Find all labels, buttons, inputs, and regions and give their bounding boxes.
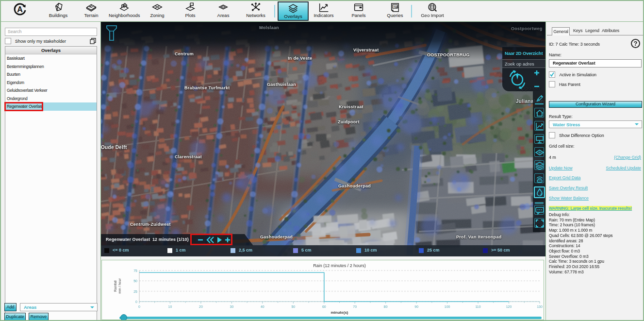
svg-text:90: 90	[414, 305, 418, 308]
svg-text:40: 40	[261, 305, 264, 308]
svg-text:Rain (12 minutes / 2 hours): Rain (12 minutes / 2 hours)	[313, 263, 366, 268]
svg-text:100: 100	[445, 305, 450, 308]
svg-text:30: 30	[230, 305, 234, 308]
svg-text:0: 0	[138, 305, 140, 308]
svg-text:TQL: TQL	[393, 5, 399, 8]
svg-text:70: 70	[353, 305, 357, 308]
svg-text:Rainfall: Rainfall	[114, 280, 117, 292]
svg-text:130: 130	[537, 305, 543, 308]
svg-text:50: 50	[291, 305, 295, 308]
svg-text:25: 25	[133, 290, 137, 293]
svg-text:60: 60	[322, 305, 326, 308]
svg-text:10: 10	[168, 305, 172, 308]
svg-text:50: 50	[133, 279, 137, 283]
svg-text:120: 120	[506, 305, 512, 308]
svg-text:minute(s): minute(s)	[331, 310, 348, 315]
svg-text:mm / hour: mm / hour	[118, 278, 121, 294]
svg-text:0: 0	[135, 300, 137, 304]
svg-text:75: 75	[133, 269, 137, 272]
svg-text:110: 110	[476, 305, 481, 308]
svg-text:A: A	[17, 5, 23, 14]
svg-text:20: 20	[199, 305, 203, 308]
svg-text:80: 80	[384, 305, 388, 308]
